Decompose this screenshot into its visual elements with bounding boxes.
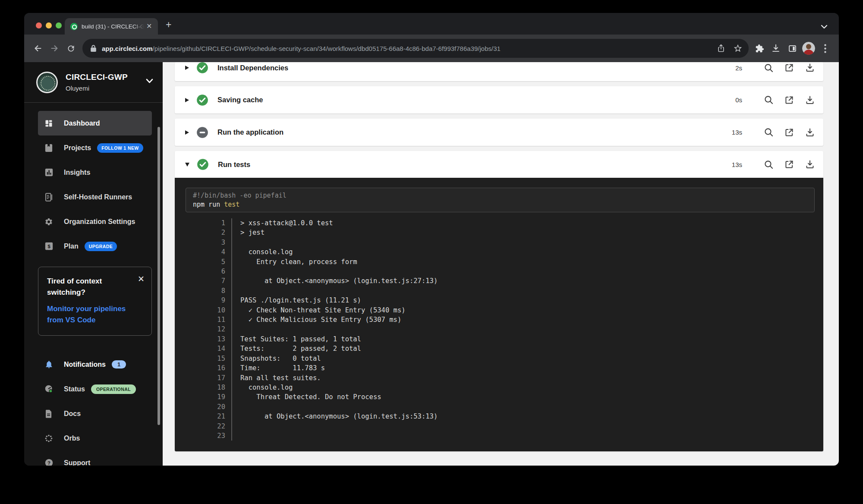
- back-icon[interactable]: [30, 40, 46, 57]
- support-question-icon: ?: [44, 458, 54, 466]
- success-check-icon: [196, 94, 208, 106]
- sidebar-item-organization-settings[interactable]: Organization Settings: [38, 209, 152, 234]
- zoom-window-button[interactable]: [56, 22, 62, 28]
- insights-chart-icon: [44, 168, 54, 177]
- line-text: Tests: 2 passed, 2 total: [231, 344, 361, 353]
- browser-tab[interactable]: build (31) - CIRCLECI-GWP/sc ✕: [65, 18, 158, 35]
- runners-document-icon: [44, 192, 54, 202]
- line-number: 20: [175, 402, 231, 412]
- org-name: CIRCLECI-GWP: [66, 72, 128, 82]
- side-panel-icon[interactable]: [784, 40, 800, 57]
- sidebar-bottom-nav: Notifications 1 Status OPERATIONAL Docs: [24, 352, 163, 466]
- terminal-line: 16Time: 11.783 s: [175, 363, 815, 373]
- download-log-icon[interactable]: [804, 62, 816, 73]
- expand-arrow-icon[interactable]: [185, 98, 189, 102]
- step-duration: 2s: [735, 64, 742, 72]
- org-switcher[interactable]: CIRCLECI-GWP Oluyemi: [24, 62, 163, 103]
- step-row[interactable]: Run tests 13s: [175, 151, 823, 178]
- forward-icon[interactable]: [46, 40, 63, 57]
- browser-menu-dots-icon[interactable]: [817, 40, 833, 57]
- open-in-new-icon[interactable]: [784, 127, 795, 138]
- open-in-new-icon[interactable]: [784, 94, 795, 106]
- expand-arrow-icon[interactable]: [185, 130, 189, 135]
- terminal-line: 3: [175, 238, 815, 247]
- search-log-icon[interactable]: [763, 94, 774, 106]
- follow-new-badge[interactable]: FOLLOW 1 NEW: [97, 143, 143, 153]
- terminal-line: 8: [175, 286, 815, 296]
- line-number: 22: [175, 422, 231, 431]
- line-number: 13: [175, 334, 231, 344]
- download-log-icon[interactable]: [804, 159, 816, 170]
- chevron-down-icon[interactable]: [146, 79, 153, 83]
- line-number: 23: [175, 431, 231, 441]
- terminal-line: 1> xss-attack@1.0.0 test: [175, 218, 815, 228]
- success-check-icon: [197, 158, 209, 170]
- sidebar-scrollbar[interactable]: [157, 127, 160, 425]
- close-icon[interactable]: ✕: [138, 275, 145, 283]
- sidebar-item-notifications[interactable]: Notifications 1: [38, 352, 152, 377]
- line-number: 19: [175, 392, 231, 402]
- sidebar-item-support[interactable]: ? Support: [38, 450, 152, 466]
- search-log-icon[interactable]: [763, 159, 774, 170]
- sidebar-item-status[interactable]: Status OPERATIONAL: [38, 377, 152, 401]
- terminal-line: 14Tests: 2 passed, 2 total: [175, 344, 815, 353]
- minimize-window-button[interactable]: [46, 22, 52, 28]
- vscode-pipelines-link[interactable]: Monitor your pipelines from VS Code: [47, 303, 129, 326]
- tab-search-chevron-icon[interactable]: [821, 25, 828, 29]
- tab-title: build (31) - CIRCLECI-GWP/sc: [82, 23, 145, 30]
- line-text: at Object.<anonymous> (login.test.js:27:…: [231, 276, 438, 286]
- search-log-icon[interactable]: [763, 127, 774, 138]
- profile-avatar[interactable]: [802, 42, 815, 55]
- sidebar-item-plan[interactable]: $ Plan UPGRADE: [38, 234, 152, 258]
- line-number: 1: [175, 218, 231, 228]
- line-text: [231, 286, 240, 296]
- open-in-new-icon[interactable]: [784, 159, 795, 170]
- share-icon[interactable]: [717, 44, 725, 53]
- line-text: [231, 267, 240, 276]
- tab-close-icon[interactable]: ✕: [146, 23, 152, 30]
- sidebar-item-projects[interactable]: Projects FOLLOW 1 NEW: [38, 135, 152, 160]
- terminal-line: 2> jest: [175, 228, 815, 237]
- step-row[interactable]: Saving cache 0s: [175, 86, 823, 113]
- search-log-icon[interactable]: [763, 62, 774, 73]
- line-number: 8: [175, 286, 231, 296]
- bookmark-star-icon[interactable]: [733, 44, 743, 53]
- terminal-line: 13Test Suites: 1 passed, 1 total: [175, 334, 815, 344]
- collapse-arrow-icon[interactable]: [185, 163, 189, 167]
- terminal-line: 19 Threat Detected. Do not Process: [175, 392, 815, 402]
- line-number: 21: [175, 412, 231, 421]
- step-row[interactable]: Run the application 13s: [175, 119, 823, 146]
- extensions-puzzle-icon[interactable]: [751, 40, 768, 57]
- step-duration: 13s: [732, 129, 742, 136]
- step-row[interactable]: Install Dependencies 2s: [175, 62, 823, 81]
- line-number: 4: [175, 247, 231, 257]
- line-text: ✓ Check Malicious Site Entry (5307 ms): [231, 315, 401, 324]
- terminal-line: 7 at Object.<anonymous> (login.test.js:2…: [175, 276, 815, 286]
- sidebar-item-insights[interactable]: Insights: [38, 160, 152, 185]
- download-log-icon[interactable]: [804, 94, 816, 106]
- terminal-line: 15Snapshots: 0 total: [175, 354, 815, 363]
- sidebar-item-self-hosted-runners[interactable]: Self-Hosted Runners: [38, 185, 152, 209]
- sidebar: CIRCLECI-GWP Oluyemi Dashboard: [24, 62, 163, 466]
- open-in-new-icon[interactable]: [784, 62, 795, 73]
- sidebar-item-orbs[interactable]: Orbs: [38, 426, 152, 450]
- close-window-button[interactable]: [36, 22, 42, 28]
- expand-arrow-icon[interactable]: [185, 66, 189, 70]
- line-number: 15: [175, 354, 231, 363]
- tab-strip: build (31) - CIRCLECI-GWP/sc ✕ +: [24, 13, 839, 35]
- new-tab-button[interactable]: +: [166, 20, 171, 30]
- download-log-icon[interactable]: [804, 127, 816, 138]
- sidebar-nav: Dashboard Projects FOLLOW 1 NEW Insights: [24, 111, 163, 258]
- sidebar-item-docs[interactable]: Docs: [38, 401, 152, 426]
- reload-icon[interactable]: [63, 40, 79, 57]
- downloads-icon[interactable]: [768, 40, 784, 57]
- url-bar[interactable]: app.circleci.com/pipelines/github/CIRCLE…: [82, 39, 749, 58]
- line-text: console.log: [231, 247, 293, 257]
- upgrade-badge[interactable]: UPGRADE: [85, 242, 117, 251]
- step-card-run-tests: Run tests 13s #!/bin/bash -eo pipefail n…: [175, 151, 823, 451]
- line-number: 14: [175, 344, 231, 353]
- terminal-line: 12: [175, 324, 815, 334]
- sidebar-item-dashboard[interactable]: Dashboard: [38, 111, 152, 135]
- terminal-panel: #!/bin/bash -eo pipefail npm run test 1>…: [175, 178, 823, 451]
- line-text: Test Suites: 1 passed, 1 total: [231, 334, 361, 344]
